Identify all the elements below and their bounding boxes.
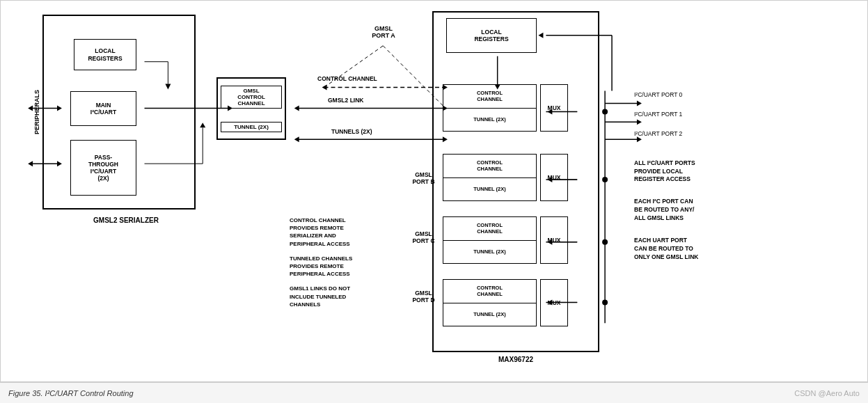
center-notes-section: CONTROL CHANNELPROVIDES REMOTESERIALIZER…: [290, 216, 422, 315]
mux-c: MUX: [540, 216, 568, 264]
footer-bar: Figure 35. I²C/UART Control Routing CSDN…: [0, 382, 868, 403]
diagram-container: PERIPHERALS LOCAL REGISTERS MAIN I²C/UAR…: [0, 0, 868, 382]
port-b-channel: CONTROLCHANNEL: [443, 155, 536, 178]
gmsl-tunnel-label: TUNNEL (2X): [221, 122, 282, 132]
port-a-channel: CONTROLCHANNEL: [443, 85, 536, 109]
tunnels-label: TUNNELS (2X): [331, 128, 372, 135]
svg-point-38: [602, 239, 608, 245]
right-notes-section: I²C/UART PORT 0 I²C/UART PORT 1 I²C/UART…: [634, 91, 787, 271]
figure-caption: Figure 35. I²C/UART Control Routing: [8, 389, 134, 397]
mux-a: MUX: [540, 84, 568, 132]
i2c-routing-note: EACH I²C PORT CANBE ROUTED TO ANY/ALL GM…: [634, 198, 787, 223]
gmsl2-link-label: GMSL2 LINK: [328, 97, 363, 104]
port-a-block: CONTROLCHANNEL TUNNEL (2X): [443, 84, 537, 132]
port-d-tunnel: TUNNEL (2X): [443, 303, 536, 326]
port2-label: I²C/UART PORT 2: [634, 130, 787, 139]
svg-marker-13: [200, 123, 205, 127]
gmsl-control-block: GMSLCONTROLCHANNEL TUNNEL (2X): [216, 77, 286, 140]
port-c-block: CONTROLCHANNEL TUNNEL (2X): [443, 216, 537, 264]
svg-marker-19: [294, 105, 299, 111]
svg-marker-16: [322, 85, 327, 90]
gmsl-ctrl-label: GMSLCONTROLCHANNEL: [221, 86, 282, 109]
port-d-channel: CONTROLCHANNEL: [443, 280, 536, 303]
all-ports-note: ALL I²C/UART PORTSPROVIDE LOCALREGISTER …: [634, 159, 787, 184]
port-c-channel: CONTROLCHANNEL: [443, 217, 536, 241]
svg-point-39: [602, 299, 608, 305]
serializer-label: GMSL2 SERIALZER: [49, 216, 203, 224]
svg-point-37: [602, 177, 608, 182]
control-channel-link-label: CONTROL CHANNEL: [317, 75, 377, 82]
port-d-block: CONTROLCHANNEL TUNNEL (2X): [443, 279, 537, 326]
svg-marker-4: [28, 161, 33, 166]
mux-d: MUX: [540, 279, 568, 326]
pass-through-block: PASS- THROUGH I²C/UART (2X): [70, 140, 136, 196]
gmsl-port-a-label: GMSLPORT A: [363, 25, 404, 39]
tunneled-channels-note: TUNNELED CHANNELSPROVIDES REMOTEPERIPHER…: [290, 255, 422, 278]
gmsl1-note: GMSL1 LINKS DO NOTINCLUDE TUNNELEDCHANNE…: [290, 285, 422, 308]
port-b-block: CONTROLCHANNEL TUNNEL (2X): [443, 154, 537, 201]
gmsl-port-b-label: GMSLPORT B: [411, 171, 436, 185]
port0-label: I²C/UART PORT 0: [634, 91, 787, 100]
svg-point-36: [602, 109, 608, 114]
main-i2c-block: MAIN I²C/UART: [70, 91, 136, 126]
control-channel-note: CONTROL CHANNELPROVIDES REMOTESERIALIZER…: [290, 216, 422, 248]
footer-brand: CSDN @Aero Auto: [794, 389, 860, 397]
local-registers-serializer: LOCAL REGISTERS: [74, 39, 136, 70]
port-c-tunnel: TUNNEL (2X): [443, 241, 536, 264]
svg-marker-22: [294, 136, 299, 142]
deserializer-label: MAX96722: [432, 356, 599, 363]
peripherals-label: PERIPHERALS: [33, 90, 40, 134]
port-b-tunnel: TUNNEL (2X): [443, 178, 536, 201]
port1-label: I²C/UART PORT 1: [634, 111, 787, 119]
mux-b: MUX: [540, 154, 568, 201]
port-a-tunnel: TUNNEL (2X): [443, 109, 536, 132]
svg-marker-1: [28, 105, 33, 111]
uart-routing-note: EACH UART PORTCAN BE ROUTED TOONLY ONE G…: [634, 237, 787, 262]
local-registers-deserializer: LOCALREGISTERS: [446, 18, 537, 53]
